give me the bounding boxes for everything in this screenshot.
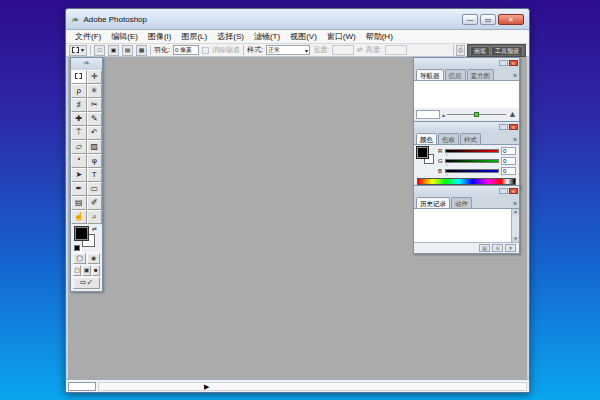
panel-menu-icon[interactable]: » (513, 72, 517, 79)
panel-minimize-icon[interactable] (499, 188, 508, 194)
tool-clone-stamp[interactable]: ⍑ (71, 126, 87, 140)
panel-minimize-icon[interactable] (499, 124, 508, 130)
new-snapshot-icon[interactable]: ⊙ (492, 244, 503, 252)
panel-close-icon[interactable]: ✕ (509, 124, 518, 130)
navigator-zoom-slider[interactable] (447, 114, 506, 115)
tool-brush[interactable]: ✎ (87, 112, 103, 126)
tool-pen[interactable]: ✒ (71, 182, 87, 196)
green-value-input[interactable]: 0 (501, 157, 516, 165)
file-browser-icon[interactable]: ⎙ (456, 45, 465, 56)
fullscreen-menu-button[interactable]: ▣ (82, 265, 90, 276)
swap-colors-icon[interactable]: ⇄ (92, 225, 97, 232)
tool-crop[interactable]: ♯ (71, 98, 87, 112)
standard-screen-button[interactable]: ▢ (73, 265, 81, 276)
panel-minimize-icon[interactable] (499, 60, 508, 66)
toolbox-feather-icon[interactable]: ❧ (71, 58, 102, 70)
slider-thumb[interactable] (445, 152, 449, 156)
tool-blur[interactable]: ❛ (71, 154, 87, 168)
tool-dodge[interactable]: φ (87, 154, 103, 168)
panel-title-strip[interactable]: ✕ (414, 122, 519, 131)
tool-hand[interactable]: ☝ (71, 210, 87, 224)
add-selection-button[interactable]: ▣ (108, 45, 119, 56)
panel-close-icon[interactable]: ✕ (509, 60, 518, 66)
menu-image[interactable]: 图像(I) (143, 31, 177, 42)
navigator-zoom-input[interactable] (416, 110, 440, 119)
tab-styles[interactable]: 样式 (460, 133, 481, 144)
style-dropdown[interactable]: 正常 ▾ (266, 45, 310, 55)
menu-edit[interactable]: 编辑(E) (106, 31, 143, 42)
blue-value-input[interactable]: 0 (501, 167, 516, 175)
green-slider[interactable] (445, 159, 499, 163)
menu-help[interactable]: 帮助(H) (361, 31, 398, 42)
subtract-selection-button[interactable]: ▤ (122, 45, 133, 56)
new-selection-button[interactable]: □ (94, 45, 105, 56)
title-bar[interactable]: ❧ Adobe Photoshop — ▭ ✕ (66, 9, 529, 29)
zoom-in-mountain-icon[interactable]: ▲ (508, 110, 517, 119)
tool-magic-wand[interactable]: ✳ (87, 84, 103, 98)
tool-shape[interactable]: ▭ (87, 182, 103, 196)
menu-layer[interactable]: 图层(L) (176, 31, 212, 42)
status-zoom-input[interactable] (68, 382, 96, 391)
tool-rectangular-marquee[interactable] (71, 70, 87, 84)
blue-slider[interactable] (445, 169, 499, 173)
tool-slice[interactable]: ✂ (87, 98, 103, 112)
panel-title-strip[interactable]: ✕ (414, 58, 519, 67)
foreground-color-swatch[interactable] (75, 227, 88, 240)
tab-history[interactable]: 历史记录 (416, 197, 450, 208)
tab-actions[interactable]: 动作 (451, 197, 472, 208)
slider-thumb[interactable] (445, 162, 449, 166)
tool-notes[interactable]: ▤ (71, 196, 87, 210)
tool-preset-picker[interactable]: ▾ (69, 45, 87, 56)
tab-color[interactable]: 颜色 (416, 133, 437, 144)
status-menu-arrow-icon[interactable]: ▶ (204, 383, 209, 391)
tool-healing-brush[interactable]: ✚ (71, 112, 87, 126)
tool-move[interactable]: ✛ (87, 70, 103, 84)
tool-lasso[interactable]: ρ (71, 84, 87, 98)
tool-eyedropper[interactable]: ✐ (87, 196, 103, 210)
menu-filter[interactable]: 滤镜(T) (249, 31, 285, 42)
menu-view[interactable]: 视图(V) (285, 31, 322, 42)
red-value-input[interactable]: 0 (501, 147, 516, 155)
intersect-selection-button[interactable]: ▦ (136, 45, 147, 56)
tool-eraser[interactable]: ▱ (71, 140, 87, 154)
panel-menu-icon[interactable]: » (513, 200, 517, 207)
tab-navigator[interactable]: 导航器 (416, 69, 444, 80)
well-tab-tool-presets[interactable]: 工具预设 (491, 46, 523, 55)
tab-info[interactable]: 信息 (445, 69, 466, 80)
new-document-from-state-icon[interactable]: ▤ (479, 244, 490, 252)
menu-window[interactable]: 窗口(W) (322, 31, 361, 42)
antialias-checkbox[interactable] (202, 47, 209, 54)
standard-mode-button[interactable]: ◯ (73, 253, 86, 264)
color-spectrum-ramp[interactable] (417, 178, 516, 185)
fullscreen-button[interactable]: ■ (92, 265, 100, 276)
panel-menu-icon[interactable]: » (513, 136, 517, 143)
menu-select[interactable]: 选择(S) (212, 31, 249, 42)
history-scrollbar[interactable]: ▲ ▼ (511, 209, 519, 242)
tool-gradient[interactable]: ▨ (87, 140, 103, 154)
tool-zoom[interactable]: ⌕ (87, 210, 103, 224)
close-button[interactable]: ✕ (498, 14, 524, 25)
zoom-out-mountain-icon[interactable]: ▴ (442, 112, 445, 118)
well-tab-brushes[interactable]: 画笔 (470, 46, 490, 55)
delete-state-icon[interactable]: ✕ (505, 244, 516, 252)
tool-history-brush[interactable]: ↶ (87, 126, 103, 140)
scroll-down-icon[interactable]: ▼ (512, 236, 519, 242)
panel-close-icon[interactable]: ✕ (509, 188, 518, 194)
feather-input[interactable]: 0 像素 (173, 45, 199, 55)
slider-thumb[interactable] (474, 112, 479, 117)
quick-mask-mode-button[interactable]: ◉ (87, 253, 100, 264)
maximize-button[interactable]: ▭ (480, 14, 496, 25)
jump-to-imageready-button[interactable]: ⇨✓ (73, 277, 100, 289)
default-colors-icon[interactable] (74, 245, 80, 251)
menu-file[interactable]: 文件(F) (70, 31, 106, 42)
tab-swatches[interactable]: 色板 (438, 133, 459, 144)
red-slider[interactable] (445, 149, 499, 153)
tab-histogram[interactable]: 直方图 (467, 69, 495, 80)
slider-thumb[interactable] (445, 172, 449, 176)
tool-type[interactable]: T (87, 168, 103, 182)
minimize-button[interactable]: — (462, 14, 478, 25)
tool-path-selection[interactable]: ➤ (71, 168, 87, 182)
scroll-up-icon[interactable]: ▲ (512, 209, 519, 215)
foreground-color-swatch[interactable] (417, 147, 428, 158)
panel-title-strip[interactable]: ✕ (414, 186, 519, 195)
